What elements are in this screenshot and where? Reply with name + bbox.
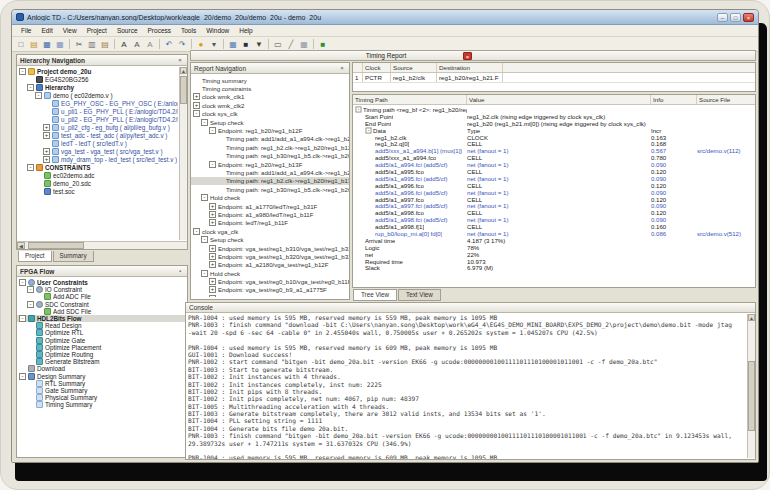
tree-expander-icon[interactable]: + <box>209 219 216 226</box>
cut-icon[interactable]: ✂ <box>73 38 85 50</box>
tree-item[interactable]: -HDL2Bits Flow <box>17 315 187 322</box>
tree-item[interactable]: Timing path: add1/add_a1_a994.clk->reg1_… <box>191 168 349 176</box>
timing-path-row[interactable]: add5/xxx_a1_a994.b[1] (mux[1])net (fanou… <box>353 147 755 154</box>
tree-item[interactable]: ec02demo.adc <box>17 171 178 179</box>
tree-expander-icon[interactable]: + <box>209 253 216 260</box>
timing-path-row[interactable]: add5/a1_a998.fcoCELL0.120 <box>353 209 755 216</box>
run-icon[interactable]: ● <box>195 38 207 50</box>
tree-item[interactable]: -Setup check <box>191 235 349 243</box>
open-project-icon[interactable]: ▤ <box>28 38 40 50</box>
timing-path-row[interactable]: net22% <box>353 251 755 258</box>
timing-path-row[interactable]: add5/a1_a996.fci (add5/cf)net (fanout = … <box>353 189 755 196</box>
tree-expander-icon[interactable]: - <box>19 279 26 286</box>
tree-item[interactable]: Timing path: reg1_b2.clk->reg1_b20/reg1_… <box>191 143 349 151</box>
tree-expander-icon[interactable]: + <box>43 132 50 139</box>
timing-path-row[interactable]: add5/a1_a994.fci (add5/cf)net (fanout = … <box>353 161 755 168</box>
tree-expander-icon[interactable]: + <box>43 148 50 155</box>
timing-path-row[interactable]: Arrival time4.187 (3 17%) <box>353 237 755 244</box>
menu-item-source[interactable]: Source <box>112 27 143 34</box>
menu-item-help[interactable]: Help <box>234 27 257 34</box>
close-button[interactable]: × <box>743 13 754 22</box>
tree-expander-icon[interactable]: - <box>19 315 26 322</box>
tree-expander-icon[interactable]: + <box>209 261 216 268</box>
tree-item[interactable]: Read Design <box>17 322 187 329</box>
tree-item[interactable]: Add ADC File <box>17 293 187 300</box>
tree-expander-icon[interactable]: - <box>19 373 26 380</box>
maximize-button[interactable]: □ <box>730 13 741 22</box>
tree-expander-icon[interactable]: + <box>43 156 50 163</box>
tree-item[interactable]: -clock vga_clk <box>191 227 349 235</box>
timing-path-row[interactable]: Logic78% <box>353 244 755 251</box>
tree-item[interactable]: -Endpoint: reg1_b20/reg1_b12F <box>191 126 349 134</box>
scrollbar-thumb[interactable] <box>180 76 187 104</box>
tree-expander-icon[interactable]: - <box>27 164 34 171</box>
tree-item[interactable]: -IO Constraint <box>17 286 187 293</box>
tree-expander-icon[interactable]: - <box>209 127 216 134</box>
timing-path-row[interactable]: End Pointreg1_b20 (reg1_b21.mi[0]) (risi… <box>353 120 755 127</box>
tree-item[interactable]: -Hierarchy <box>17 83 178 91</box>
menu-item-project[interactable]: Project <box>82 27 112 34</box>
tree-item[interactable]: Download <box>17 365 187 372</box>
font-decrease-icon[interactable]: A <box>131 38 143 50</box>
save-all-icon[interactable]: ▦ <box>54 38 66 50</box>
scrollbar-thumb[interactable] <box>28 242 84 249</box>
tree-item[interactable]: +Endpoint: ledT/reg1_b11F <box>191 219 349 227</box>
tree-item[interactable]: Gate Summary <box>17 387 187 394</box>
tree-expander-icon[interactable]: - <box>27 301 34 308</box>
tree-item[interactable]: demo_20.sdc <box>17 179 178 187</box>
tree-item[interactable]: Optimize RTL <box>17 329 187 336</box>
tree-expander-icon[interactable]: + <box>193 93 200 100</box>
tree-item[interactable]: Add SDC File <box>17 308 187 315</box>
tree-item[interactable]: Optimize Placement <box>17 344 187 351</box>
scroll-left-icon[interactable]: ◀ <box>17 242 25 249</box>
row-expander-icon[interactable]: - <box>356 106 362 112</box>
tree-item[interactable]: EG_PHY_OSC - EG_PHY_OSC ( E:/anlogic/TD4… <box>17 99 178 107</box>
tree-item[interactable]: -Design Summary <box>17 372 187 379</box>
tree-expander-icon[interactable]: + <box>193 102 200 109</box>
close-tab-icon[interactable]: × <box>463 52 472 60</box>
tree-item[interactable]: Timing path: add1/add_a1_a994.clk->reg1_… <box>191 135 349 143</box>
undo-icon[interactable]: ↶ <box>163 38 175 50</box>
timing-path-row[interactable]: reg1_b2.clkCLOCK0.163 <box>353 134 755 141</box>
tree-item[interactable]: Timing path: reg1_b2.clk->reg1_b20/reg1_… <box>191 177 349 185</box>
tree-expander-icon[interactable]: - <box>193 110 200 117</box>
tree-item[interactable]: test.soc <box>17 187 178 195</box>
tree-item[interactable]: +Endpoint: a1_a2180/vga_test/reg1_b12F <box>191 261 349 269</box>
timing-path-row[interactable]: rup_b0/loop_mi.a[0] fd[0]net (fanout = 1… <box>353 230 755 237</box>
tree-expander-icon[interactable]: - <box>35 92 42 99</box>
tree-item[interactable]: +clock wmk_clk2 <box>191 101 349 109</box>
tree-item[interactable]: +clock wmk_clk1 <box>191 93 349 101</box>
timing-path-row[interactable]: -DataTypeIncr <box>353 127 755 134</box>
tree-item[interactable]: EG4S20BG256 <box>17 75 178 83</box>
tree-item[interactable]: RTL Summary <box>17 380 187 387</box>
tree-item[interactable]: +Endpoint: vga_test/reg1_b320/vga_test/r… <box>191 252 349 260</box>
tree-item[interactable]: -Project demo_20u <box>17 67 178 75</box>
timing-path-row[interactable]: add5/a1_a998.fci (add5/cf)net (fanout = … <box>353 216 755 223</box>
clock-table-row[interactable]: 1 PCTR reg1_b2/clk reg1_b20/reg1_b21.F <box>353 73 755 83</box>
timing-path-row[interactable]: add5/a1_a998.f[1]CELL0.160 <box>353 223 755 230</box>
console-output[interactable]: PNR-1004 : used memory is 595 MB, reserv… <box>188 314 745 459</box>
tree-item[interactable]: Physical Summary <box>17 394 187 401</box>
tree-expander-icon[interactable]: + <box>209 295 216 297</box>
timing-path-row[interactable]: add5/a1_a997.fci (add5/cf)net (fanout = … <box>353 202 755 209</box>
tree-item[interactable]: u_pll1 - EG_PHY_PLL ( E:/anlogic/TD4.2/l… <box>17 107 178 115</box>
pin-icon[interactable]: ▪ <box>176 268 184 274</box>
close-icon[interactable]: × <box>176 57 184 63</box>
tree-expander-icon[interactable]: - <box>27 84 34 91</box>
tree-expander-icon[interactable]: + <box>43 124 50 131</box>
tree-item[interactable]: -Hold check <box>191 269 349 277</box>
redo-icon[interactable]: ↷ <box>176 38 188 50</box>
tree-expander-icon[interactable]: + <box>209 203 216 210</box>
menu-item-view[interactable]: View <box>58 27 82 34</box>
tree-expander-icon[interactable]: - <box>201 119 208 126</box>
timing-path-row[interactable]: Required time10.973 <box>353 258 755 265</box>
tree-item[interactable]: -clock sys_clk <box>191 110 349 118</box>
console-vertical-scrollbar[interactable]: ▲ <box>747 314 755 458</box>
tree-item[interactable]: +test_adc - test_adc ( al/py/test_adc.v … <box>17 131 178 139</box>
timing-path-row[interactable]: Start Pointreg1_b2.clk (rising edge trig… <box>353 113 755 120</box>
tree-item[interactable]: Timing summary <box>191 76 349 84</box>
new-file-icon[interactable]: □ <box>15 38 27 50</box>
font-default-icon[interactable]: A <box>144 38 156 50</box>
tree-item[interactable]: Timing Summary <box>17 401 187 408</box>
tree-expander-icon[interactable]: + <box>209 211 216 218</box>
